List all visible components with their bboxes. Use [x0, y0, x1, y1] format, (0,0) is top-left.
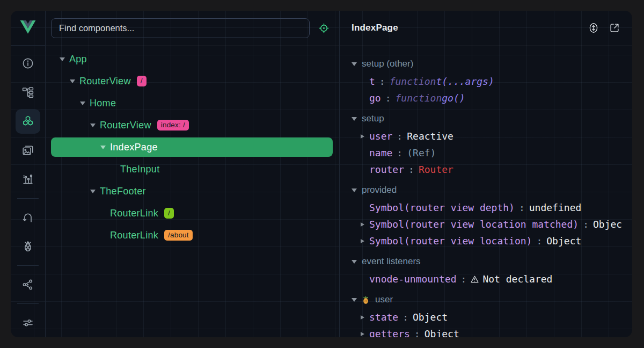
- components-panel: AppRouterView/HomeRouterViewindex: /Inde…: [46, 11, 339, 337]
- component-name: App: [69, 54, 87, 65]
- state-row: go:function go(): [352, 90, 621, 106]
- key-value-separator: :: [536, 235, 542, 247]
- expander-icon[interactable]: [361, 239, 369, 243]
- state-value: undefined: [529, 202, 582, 213]
- section-label: event listeners: [362, 256, 421, 267]
- section-label: setup (other): [362, 59, 413, 69]
- section-label: provided: [362, 185, 397, 195]
- expander-icon[interactable]: [90, 190, 96, 193]
- state-value: function: [390, 76, 436, 87]
- state-row[interactable]: Symbol(router view location matched):Obj…: [352, 216, 621, 233]
- section-header-setup-other-[interactable]: setup (other): [352, 55, 621, 73]
- state-key: go: [369, 92, 381, 104]
- sidebar-item-assets[interactable]: [16, 167, 40, 192]
- inspect-component-button[interactable]: [318, 22, 330, 34]
- section-header-provided[interactable]: provided: [352, 181, 621, 199]
- chevron-down-icon: [352, 117, 357, 121]
- state-value: (Ref): [407, 147, 436, 158]
- key-value-separator: :: [408, 164, 414, 175]
- state-row[interactable]: getters:Object: [352, 325, 621, 337]
- inspector-header-icons: [588, 22, 620, 34]
- chevron-right-icon: [361, 315, 364, 320]
- state-row[interactable]: Symbol(router view location):Object: [352, 233, 621, 249]
- expander-icon[interactable]: [79, 102, 86, 105]
- route-badge: /about: [164, 230, 193, 241]
- sidebar-nav: [11, 46, 45, 337]
- state-row: name:(Ref): [352, 144, 621, 161]
- tree-node-routerview[interactable]: RouterView/: [51, 71, 333, 91]
- expander-icon[interactable]: [361, 315, 369, 320]
- open-in-editor-button[interactable]: [609, 22, 620, 34]
- chevron-down-icon: [80, 102, 85, 105]
- scroll-to-component-button[interactable]: [588, 22, 599, 34]
- key-value-separator: :: [402, 311, 408, 323]
- inspector-panel: IndexPage: [340, 11, 632, 337]
- expander-icon[interactable]: [69, 79, 76, 83]
- sidebar-divider: [17, 198, 39, 199]
- section-header-user[interactable]: user: [352, 291, 621, 309]
- expander-icon[interactable]: [361, 222, 369, 227]
- components-toolbar: [46, 11, 339, 46]
- expander-icon[interactable]: [100, 146, 106, 149]
- devtools-window: AppRouterView/HomeRouterViewindex: /Inde…: [11, 11, 632, 337]
- expander-icon[interactable]: [361, 134, 369, 139]
- tree-node-routerlink[interactable]: RouterLink/about: [51, 226, 333, 245]
- chevron-down-icon: [100, 146, 106, 149]
- tree-node-theinput[interactable]: TheInput: [51, 160, 333, 179]
- state-value: Object: [425, 328, 459, 337]
- sidebar-item-router[interactable]: [16, 205, 40, 230]
- component-name: IndexPage: [110, 142, 158, 153]
- target-icon: [318, 23, 330, 34]
- sidebar-divider: [17, 303, 39, 304]
- section-label: setup: [362, 113, 384, 124]
- assets-icon: [21, 173, 34, 186]
- graph-icon: [21, 278, 34, 291]
- state-value: Reactive: [407, 130, 453, 142]
- tree-node-home[interactable]: Home: [51, 93, 333, 113]
- sidebar-item-pinia[interactable]: [16, 234, 40, 259]
- state-row[interactable]: state:Object: [352, 309, 621, 325]
- chevron-right-icon: [361, 239, 364, 243]
- section-header-setup[interactable]: setup: [352, 110, 621, 128]
- expander-icon[interactable]: [90, 124, 96, 127]
- sidebar: [11, 11, 46, 337]
- tree-node-thefooter[interactable]: TheFooter: [51, 182, 333, 201]
- state-key: Symbol(router view location): [369, 235, 532, 247]
- chevron-down-icon: [352, 260, 357, 264]
- warning-icon: [471, 276, 479, 283]
- inspector-section: providedSymbol(router view depth):undefi…: [352, 181, 621, 249]
- expander-icon[interactable]: [59, 57, 65, 61]
- key-value-separator: :: [385, 92, 391, 104]
- sidebar-item-settings[interactable]: [16, 310, 40, 335]
- chevron-down-icon: [352, 298, 357, 302]
- route-badge: /: [164, 208, 174, 219]
- sidebar-item-pages[interactable]: [16, 138, 40, 163]
- state-key: getters: [369, 328, 410, 337]
- tree-node-indexpage[interactable]: IndexPage: [51, 137, 333, 157]
- component-name: TheFooter: [100, 186, 146, 197]
- tree-node-app[interactable]: App: [51, 49, 333, 69]
- pinia-icon: [21, 240, 34, 253]
- search-input[interactable]: [51, 18, 310, 38]
- component-tree-icon: [21, 86, 34, 99]
- state-row: t:function t(...args): [352, 73, 621, 90]
- chevron-right-icon: [361, 332, 364, 336]
- inspector-section: setup (other)t:function t(...args)go:fun…: [352, 55, 621, 106]
- sidebar-item-component-tree[interactable]: [16, 80, 40, 105]
- component-name: RouterLink: [110, 208, 158, 219]
- chevron-right-icon: [361, 222, 364, 227]
- state-value: go(): [442, 92, 465, 104]
- state-key: Symbol(router view location matched): [369, 219, 579, 230]
- vue-logo: [11, 11, 45, 46]
- route-badge: /: [137, 76, 147, 86]
- state-row[interactable]: user:Reactive: [352, 128, 621, 144]
- tree-node-routerlink[interactable]: RouterLink/: [51, 204, 333, 223]
- tree-node-routerview[interactable]: RouterViewindex: /: [51, 115, 333, 135]
- expander-icon[interactable]: [361, 332, 369, 336]
- route-badge: index: /: [157, 120, 189, 130]
- sidebar-item-info[interactable]: [16, 51, 40, 76]
- sidebar-item-graph[interactable]: [16, 272, 40, 297]
- state-row: router:Router: [352, 161, 621, 178]
- section-header-event-listeners[interactable]: event listeners: [352, 252, 621, 271]
- sidebar-item-components[interactable]: [16, 109, 40, 134]
